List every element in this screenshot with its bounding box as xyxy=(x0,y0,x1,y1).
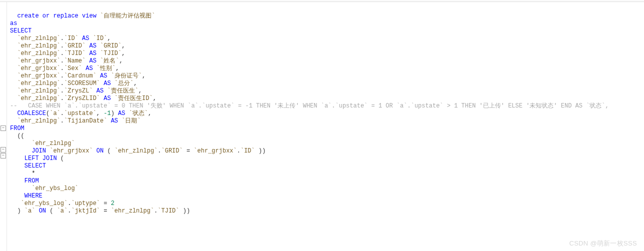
code-line: `ehr_zlnlpg`.`SCORESUM` AS `总分`, xyxy=(10,80,137,87)
code-line: FROM xyxy=(10,178,39,184)
code-line: `ehr_ybs_log` xyxy=(10,185,78,192)
code-line: SELECT xyxy=(10,28,32,34)
code-line: `ehr_zlnlpg`.`ZrysZL` AS `责任医生`, xyxy=(10,88,142,94)
code-line: `ehr_ybs_log`.`uptype` = 2 xyxy=(10,200,114,207)
code-editor[interactable]: − − − create or replace view `自理能力评估视图` … xyxy=(0,0,644,251)
code-line: SELECT xyxy=(10,162,46,170)
code-line: COALESCE(`a`.`upstate`, -1) AS `状态`, xyxy=(10,110,152,117)
fold-gutter: − − − xyxy=(0,0,7,251)
code-line: -- CASE WHEN `a`.`upstate` = 0 THEN '失败'… xyxy=(10,102,609,110)
code-line: LEFT JOIN ( xyxy=(10,155,64,162)
code-line: `ehr_zlnlpg`.`ZrysZLID` AS `责任医生ID`, xyxy=(10,95,156,102)
code-line: `ehr_zlnlpg`.`ID` AS `ID`, xyxy=(10,35,111,42)
code-line: FROM xyxy=(10,125,24,132)
code-line: create or replace view `自理能力评估视图` xyxy=(10,12,155,20)
code-line: `ehr_grjbxx`.`Cardnum` AS `身份证号`, xyxy=(10,72,146,80)
watermark-text: CSDN @萌新一枚SSS xyxy=(569,239,637,248)
code-line: * xyxy=(10,170,35,177)
code-line: as xyxy=(10,20,17,27)
code-line: `ehr_zlnlpg` xyxy=(10,140,75,147)
fold-toggle-icon[interactable]: − xyxy=(0,126,6,131)
code-line: `ehr_zlnlpg`.`TijianDate` AS `日期` xyxy=(10,118,141,124)
code-line: `ehr_zlnlpg`.`GRID` AS `GRID`, xyxy=(10,42,125,50)
fold-toggle-icon[interactable]: − xyxy=(0,153,6,158)
code-line: JOIN `ehr_grjbxx` ON ( `ehr_zlnlpg`.`GRI… xyxy=(10,148,266,154)
code-content[interactable]: create or replace view `自理能力评估视图` as SEL… xyxy=(7,0,644,251)
code-line: `ehr_grjbxx`.`Name` AS `姓名`, xyxy=(10,58,123,64)
code-line: `ehr_zlnlpg`.`TJID` AS `TJID`, xyxy=(10,50,125,57)
fold-toggle-icon[interactable]: − xyxy=(0,147,6,152)
code-line: WHERE xyxy=(10,192,42,200)
code-line: (( xyxy=(10,132,24,140)
code-line: `ehr_grjbxx`.`Sex` AS `性别`, xyxy=(10,65,119,72)
code-line: ) `a` ON ( `a`.`jktjId` = `ehr_zlnlpg`.`… xyxy=(10,208,190,214)
